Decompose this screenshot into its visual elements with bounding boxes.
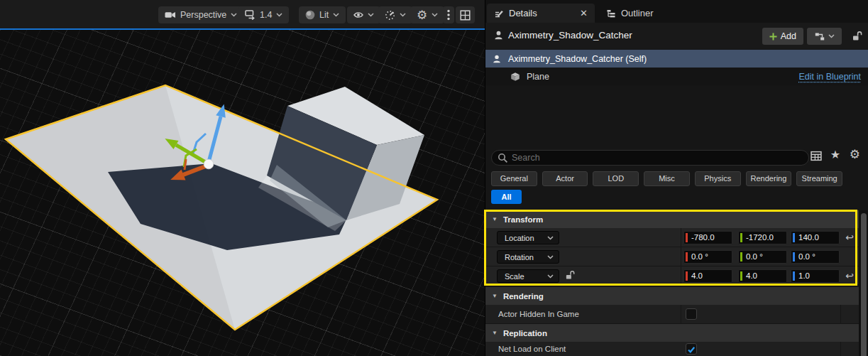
chevron-down-icon	[828, 34, 835, 38]
lit-sphere-icon	[305, 10, 315, 20]
rotation-y-field[interactable]: 0.0 °	[738, 250, 787, 264]
replication-section-header[interactable]: ▼ Replication	[485, 324, 859, 342]
location-combo[interactable]: Location	[497, 231, 559, 244]
chevron-down-icon	[432, 13, 438, 17]
unreal-editor-window: Perspective 1.4 Lit	[0, 0, 868, 356]
filter-all-button[interactable]: All	[491, 190, 522, 204]
scale-lock-icon[interactable]	[565, 270, 575, 280]
actor-header: Aximmetry_Shadow_Catcher Add	[485, 23, 868, 49]
filter-misc[interactable]: Misc	[644, 171, 690, 186]
chevron-down-icon	[547, 255, 554, 259]
rotation-z-field[interactable]: 0.0 °	[791, 250, 840, 264]
component-self-label: Aximmetry_Shadow_Catcher (Self)	[508, 54, 647, 64]
net-load-checkbox[interactable]	[686, 343, 697, 355]
filter-chip-row: General Actor LOD Misc Physics Rendering…	[491, 171, 842, 186]
filter-lod[interactable]: LOD	[593, 171, 639, 186]
y-axis-bar	[740, 271, 742, 281]
maximize-grid-icon	[460, 10, 471, 21]
transform-section-header[interactable]: ▼ Transform	[485, 210, 859, 228]
column-divider	[840, 342, 841, 356]
chevron-down-icon	[547, 274, 554, 279]
scale-z-field[interactable]: 1.0	[791, 269, 840, 283]
x-axis-bar	[686, 233, 688, 242]
net-load-row: Net Load on Client	[485, 342, 859, 356]
gizmo-x-handle[interactable]	[185, 159, 186, 170]
scale-x-field[interactable]: 4.0	[683, 269, 732, 283]
location-row: Location -780.0 -1720.0 140.0 ↩	[485, 228, 859, 247]
eye-icon	[353, 11, 363, 19]
settings-gear-icon[interactable]: ⚙	[850, 149, 860, 161]
location-x-field[interactable]: -780.0	[683, 231, 732, 244]
view-mode-dropdown[interactable]: Lit	[299, 6, 346, 23]
z-axis-bar	[793, 233, 795, 242]
filter-physics[interactable]: Physics	[695, 171, 741, 186]
favorites-star-icon[interactable]: ★	[830, 149, 840, 161]
scale-y-value: 4.0	[746, 270, 757, 282]
viewport-toolbar: Perspective 1.4 Lit	[0, 0, 485, 28]
screen-percentage-dropdown[interactable]: 1.4	[238, 6, 289, 23]
chevron-down-icon	[368, 13, 374, 17]
location-z-field[interactable]: 140.0	[791, 231, 840, 244]
filter-general[interactable]: General	[491, 171, 537, 186]
actor-icon	[492, 54, 502, 64]
rendering-section-header[interactable]: ▼ Rendering	[485, 287, 859, 305]
label-column: Scale	[485, 266, 681, 284]
chevron-down-icon	[333, 13, 339, 17]
edit-in-blueprint-link[interactable]: Edit in Blueprint	[798, 72, 861, 82]
viewport-options-button[interactable]	[443, 6, 454, 23]
rotation-z-value: 0.0 °	[798, 251, 815, 263]
plus-icon	[769, 33, 777, 41]
unlock-icon[interactable]	[852, 31, 862, 41]
perspective-dropdown[interactable]: Perspective	[158, 6, 243, 23]
collapse-triangle-icon: ▼	[492, 293, 498, 299]
component-row-self[interactable]: Aximmetry_Shadow_Catcher (Self)	[485, 50, 868, 68]
filter-rendering[interactable]: Rendering	[746, 171, 792, 186]
y-axis-bar	[740, 252, 742, 261]
outliner-tab-icon	[606, 9, 616, 18]
label-column: Rotation	[485, 247, 681, 266]
maximize-viewport-button[interactable]	[456, 6, 475, 23]
z-axis-bar	[793, 271, 795, 281]
search-input[interactable]	[512, 151, 796, 164]
show-menu-button[interactable]	[347, 6, 380, 23]
tab-details-label: Details	[509, 8, 537, 18]
display-filter-icon[interactable]	[811, 151, 822, 161]
view-mode-label: Lit	[319, 10, 329, 20]
perspective-label: Perspective	[180, 10, 226, 20]
add-button-label: Add	[781, 31, 796, 41]
scale-y-field[interactable]: 4.0	[738, 269, 787, 283]
location-y-field[interactable]: -1720.0	[738, 231, 787, 244]
screen-size-icon	[245, 10, 256, 20]
component-row-plane[interactable]: Plane Edit in Blueprint	[485, 68, 868, 85]
scrollbar-thumb[interactable]	[861, 213, 867, 356]
search-box[interactable]	[491, 150, 809, 166]
tab-details[interactable]: Details ✕	[487, 4, 595, 23]
gear-icon: ⚙	[417, 9, 427, 21]
collapse-triangle-icon: ▼	[492, 216, 498, 222]
gizmo-origin-sphere[interactable]	[204, 159, 214, 169]
viewport-settings-button[interactable]: ⚙	[410, 6, 444, 23]
actor-hidden-checkbox[interactable]	[686, 308, 697, 320]
filter-actor[interactable]: Actor	[542, 171, 588, 186]
panel-tab-bar: Details ✕ Outliner	[485, 0, 868, 23]
blueprint-button[interactable]	[807, 28, 842, 45]
checkmark-icon	[686, 345, 696, 354]
label-column: Actor Hidden In Game	[485, 305, 681, 323]
rotation-x-field[interactable]: 0.0 °	[683, 250, 732, 264]
replication-title: Replication	[503, 329, 547, 338]
show-flags-button[interactable]	[378, 6, 412, 23]
scale-z-value: 1.0	[798, 270, 810, 282]
tab-outliner[interactable]: Outliner	[599, 4, 661, 23]
rotation-combo[interactable]: Rotation	[497, 250, 559, 264]
reset-location-button[interactable]: ↩	[842, 230, 857, 244]
reset-scale-button[interactable]: ↩	[842, 269, 857, 283]
tab-close-icon[interactable]: ✕	[580, 9, 588, 18]
x-axis-bar	[686, 252, 688, 261]
component-plane-label: Plane	[527, 72, 549, 82]
add-component-button[interactable]: Add	[762, 28, 803, 45]
camera-icon	[165, 11, 176, 19]
filter-streaming[interactable]: Streaming	[796, 171, 842, 186]
chevron-down-icon	[231, 13, 237, 17]
level-viewport[interactable]	[0, 30, 485, 356]
scale-combo[interactable]: Scale	[497, 269, 559, 283]
